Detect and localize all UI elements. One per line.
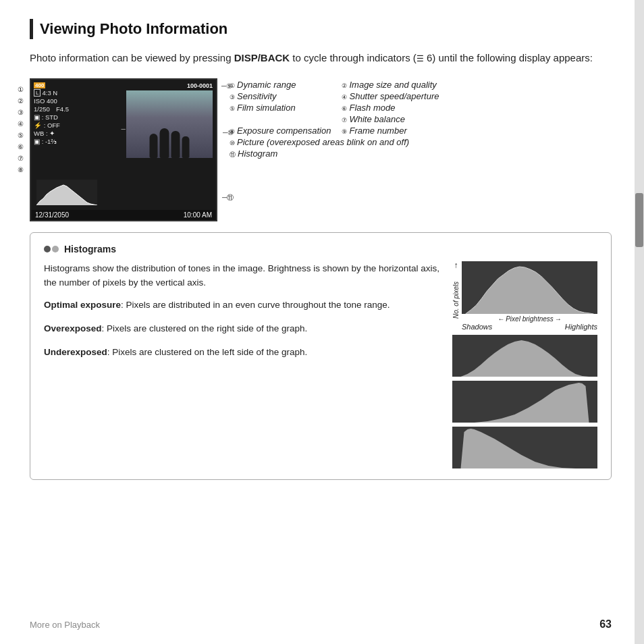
legend-item-11: ⑪Histogram xyxy=(230,149,444,159)
legend-grid: ①Dynamic range ②Image size and quality ③… xyxy=(230,80,444,159)
legend-text-1: Dynamic range xyxy=(237,80,296,90)
hist-dot-dark xyxy=(44,246,51,252)
legend-item-4: ④Shutter speed/aperture xyxy=(342,91,443,101)
legend-text-2: Image size and quality xyxy=(349,80,436,90)
legend-text-7: White balance xyxy=(349,114,404,124)
callout-9: ─⑨ xyxy=(221,82,232,90)
optimal-exposure-desc: : Pixels are distributed in an even curv… xyxy=(121,300,390,310)
left-arrow: ← xyxy=(498,315,504,323)
legend-item-7: ⑦White balance xyxy=(342,114,443,124)
lcd-left-panel: 400 L 4:3 N ISO 400 1/250 F4.5 ▣ : STD ⚡… xyxy=(34,82,69,146)
page-title: Viewing Photo Information xyxy=(40,19,227,39)
legend-item-6: ⑥Flash mode xyxy=(342,103,443,113)
main-histogram-diagram: ↑ No. of pixels xyxy=(452,261,597,331)
legend-item-2: ②Image size and quality xyxy=(342,80,443,90)
hist-dot-light xyxy=(52,246,59,252)
legend-item-5: ⑤Film simulation xyxy=(230,103,331,113)
underexposed-text: Underexposed: Pixels are clustered on th… xyxy=(44,346,440,360)
svg-marker-3 xyxy=(461,383,589,423)
title-bar: Viewing Photo Information xyxy=(30,19,612,39)
main-hist-box xyxy=(462,261,597,314)
page-number: 63 xyxy=(599,618,612,630)
histogram-text-area: Histograms show the distribution of tone… xyxy=(44,261,440,360)
x-axis-label: Pixel brightness xyxy=(506,315,554,323)
legend-item-3: ③Sensitivity xyxy=(230,91,331,101)
shadows-highlights-row: Shadows Highlights xyxy=(462,323,597,331)
svg-marker-2 xyxy=(461,340,589,377)
legend-item-1: ①Dynamic range xyxy=(230,80,331,90)
optimal-exposure-term: Optimal exposure xyxy=(44,300,121,310)
main-hist-svg xyxy=(462,261,597,314)
main-chart-container: ← Pixel brightness → Shadows Highlights xyxy=(462,261,597,331)
underexposed-hist-svg xyxy=(452,427,597,468)
page-content: Viewing Photo Information Photo informat… xyxy=(0,0,644,644)
camera-display-area: ① ② ③ ④ ⑤ ⑥ ⑦ ⑧ 400 L 4:3 N ISO 400 1/25… xyxy=(30,78,217,221)
photo-preview xyxy=(126,90,213,158)
legend-item-8: ⑧Exposure compensation xyxy=(230,126,331,136)
overexposed-hist-box xyxy=(452,381,597,423)
frame-number-display: 100-0001 xyxy=(187,82,213,89)
legend-item-10: ⑩Picture (overexposed areas blink on and… xyxy=(230,137,444,147)
histogram-header: Histograms xyxy=(44,244,597,254)
callout-10-pointer: ─ xyxy=(122,126,126,132)
right-arrow: → xyxy=(555,315,562,323)
lcd-histogram-small xyxy=(36,180,97,205)
overexposed-desc: : Pixels are clustered on the right side… xyxy=(102,323,308,333)
svg-marker-1 xyxy=(466,267,594,314)
histogram-icon xyxy=(44,246,59,252)
legend-text-4: Shutter speed/aperture xyxy=(349,91,439,101)
optimal-exposure-text: Optimal exposure: Pixels are distributed… xyxy=(44,298,440,313)
legend-area: ①Dynamic range ②Image size and quality ③… xyxy=(230,78,444,159)
svg-marker-4 xyxy=(461,429,589,468)
callout-11-num: ─⑪ xyxy=(222,193,234,203)
intro-text1: Photo information can be viewed by press… xyxy=(30,52,234,63)
lcd-frame: 400 L 4:3 N ISO 400 1/250 F4.5 ▣ : STD ⚡… xyxy=(30,78,217,221)
title-accent xyxy=(30,19,33,39)
overexposed-text: Overexposed: Pixels are clustered on the… xyxy=(44,322,440,336)
underexposed-hist-box xyxy=(452,427,597,468)
legend-text-11: Histogram xyxy=(238,149,277,159)
menu-icon: ☰ xyxy=(417,54,424,63)
legend-text-5: Film simulation xyxy=(237,103,296,113)
histogram-diagrams: ↑ No. of pixels xyxy=(452,261,597,468)
legend-text-3: Sensitivity xyxy=(237,91,277,101)
y-axis-container: ↑ No. of pixels xyxy=(452,261,460,331)
overexposed-hist-svg xyxy=(452,381,597,423)
histogram-main-content: Histograms show the distribution of tone… xyxy=(44,261,597,468)
underexposed-term: Underexposed xyxy=(44,347,107,357)
footer-left-text: More on Playback xyxy=(30,620,100,630)
x-axis-label-row: ← Pixel brightness → xyxy=(462,315,597,323)
page-footer: More on Playback 63 xyxy=(30,618,612,630)
histogram-with-y-axis: ↑ No. of pixels xyxy=(452,261,597,331)
legend-text-6: Flash mode xyxy=(349,103,395,113)
overexposed-term: Overexposed xyxy=(44,323,102,333)
intro-paragraph: Photo information can be viewed by press… xyxy=(30,50,612,65)
legend-text-9: Frame number xyxy=(349,126,406,136)
lcd-datetime: 12/31/2050 10:00 AM xyxy=(31,210,216,220)
lcd-time: 10:00 AM xyxy=(184,211,212,219)
shadows-label: Shadows xyxy=(462,323,492,331)
y-axis-label: No. of pixels xyxy=(452,269,460,331)
optimal-hist-box xyxy=(452,335,597,377)
histogram-body: Histograms show the distribution of tone… xyxy=(44,261,440,290)
optimal-hist-svg xyxy=(452,335,597,377)
legend-text-8: Exposure compensation xyxy=(237,126,331,136)
histogram-title: Histograms xyxy=(64,244,116,254)
callout-10-num: ─⑩ xyxy=(223,129,234,136)
lcd-date: 12/31/2050 xyxy=(35,211,69,219)
disp-back-label: DISP/BACK xyxy=(234,52,290,63)
legend-item-9: ⑨Frame number xyxy=(342,126,443,136)
histogram-section: Histograms Histograms show the distribut… xyxy=(30,232,612,480)
underexposed-desc: : Pixels are clustered on the left side … xyxy=(107,347,307,357)
legend-text-10: Picture (overexposed areas blink on and … xyxy=(237,137,409,147)
intro-text3: 6) until the following display appears: xyxy=(424,52,593,63)
y-axis-arrow-up: ↑ xyxy=(454,261,458,269)
highlights-label: Highlights xyxy=(565,323,597,331)
intro-text2: to cycle through indicators ( xyxy=(290,52,417,63)
callout-numbers: ① ② ③ ④ ⑤ ⑥ ⑦ ⑧ xyxy=(18,84,24,176)
